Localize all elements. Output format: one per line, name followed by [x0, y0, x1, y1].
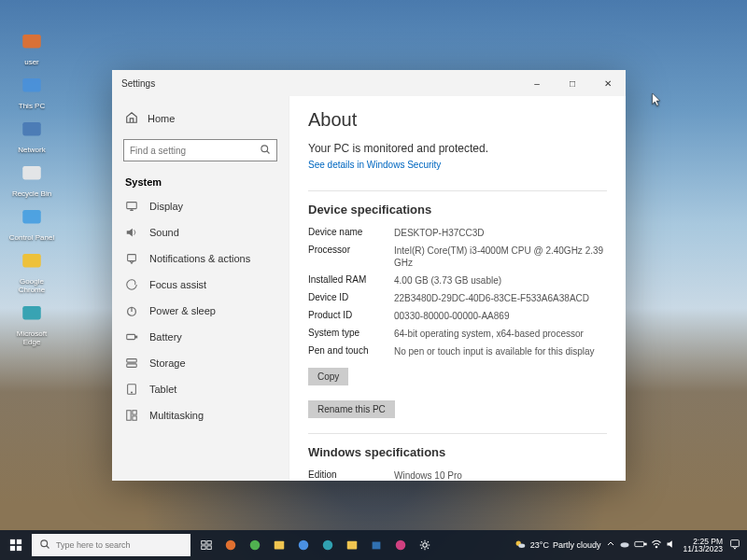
taskbar-edge-icon[interactable] [316, 530, 340, 560]
spec-key: Edition [308, 469, 387, 481]
search-icon [39, 539, 50, 552]
tray-chevron-icon[interactable] [606, 539, 615, 551]
sidebar-item-power-sleep[interactable]: Power & sleep [112, 298, 289, 324]
weather-icon [514, 538, 527, 553]
desktop-icon[interactable]: This PC [7, 72, 56, 110]
titlebar[interactable]: Settings – □ ✕ [112, 70, 626, 96]
svg-rect-18 [133, 411, 136, 414]
weather-text: Partly cloudy [553, 540, 601, 550]
search-placeholder: Find a setting [130, 146, 186, 156]
taskbar-explorer-icon[interactable] [340, 530, 364, 560]
sidebar-item-display[interactable]: Display [112, 193, 289, 219]
spec-row: Product ID00330-80000-00000-AA869 [308, 307, 607, 325]
mouse-cursor [652, 93, 663, 112]
tablet-icon [125, 383, 138, 396]
svg-rect-0 [22, 35, 41, 49]
multitasking-icon [125, 409, 138, 422]
svg-rect-23 [17, 546, 21, 551]
tray-battery-icon[interactable] [634, 539, 647, 551]
taskbar-app-1[interactable] [218, 530, 243, 560]
device-spec-title: Device specifications [308, 203, 607, 217]
sidebar-item-multitasking[interactable]: Multitasking [112, 402, 289, 428]
svg-rect-19 [133, 416, 136, 420]
tray-wifi-icon[interactable] [651, 539, 662, 552]
spec-row: Device ID22B3480D-29DC-40D6-83CE-F533A6A… [308, 289, 607, 307]
svg-rect-41 [635, 541, 644, 546]
protection-status: Your PC is monitored and protected. [308, 142, 607, 155]
copy-button[interactable]: Copy [308, 368, 348, 385]
security-link[interactable]: See details in Windows Security [308, 160, 441, 170]
taskbar-app-5[interactable] [388, 530, 413, 560]
sidebar-item-storage[interactable]: Storage [112, 350, 289, 376]
svg-rect-21 [17, 539, 21, 544]
desktop-icons: userThis PCNetworkRecycle BinControl Pan… [7, 28, 56, 346]
svg-rect-2 [22, 122, 41, 136]
desktop-icon[interactable]: user [7, 28, 56, 66]
taskbar-app-2[interactable] [243, 530, 267, 560]
svg-rect-34 [347, 541, 358, 550]
tray-onedrive-icon[interactable] [619, 539, 630, 552]
desktop-icon[interactable]: Network [7, 116, 56, 154]
taskbar-store-icon[interactable] [364, 530, 388, 560]
sidebar-item-label: Multitasking [149, 410, 204, 421]
search-input[interactable]: Find a setting [123, 139, 277, 161]
svg-point-32 [299, 540, 309, 551]
desktop-icon-label: Recycle Bin [12, 189, 51, 198]
svg-rect-22 [10, 546, 15, 551]
sidebar-item-battery[interactable]: Battery [112, 324, 289, 350]
sidebar-item-label: Sound [149, 227, 179, 238]
svg-point-43 [656, 546, 658, 548]
storage-icon [125, 357, 138, 370]
taskbar-search[interactable]: Type here to search [32, 534, 190, 556]
sidebar-item-focus-assist[interactable]: Focus assist [112, 272, 289, 298]
spec-row: Installed RAM4.00 GB (3.73 GB usable) [308, 272, 607, 289]
search-icon [260, 144, 271, 157]
maximize-button[interactable]: □ [555, 70, 590, 96]
svg-point-36 [396, 540, 406, 551]
svg-rect-6 [22, 306, 41, 320]
taskbar-app-4[interactable] [291, 530, 316, 560]
tray-volume-icon[interactable] [666, 539, 677, 552]
start-button[interactable] [0, 530, 32, 560]
minimize-button[interactable]: – [519, 70, 555, 96]
desktop-icon-label: This PC [19, 102, 45, 110]
svg-point-24 [41, 540, 48, 547]
desktop: userThis PCNetworkRecycle BinControl Pan… [0, 0, 747, 560]
spec-row: Device nameDESKTOP-H37CC3D [308, 224, 607, 242]
weather-widget[interactable]: 23°C Partly cloudy [514, 538, 601, 553]
taskbar-settings-icon[interactable] [413, 530, 437, 560]
settings-window: Settings – □ ✕ Home Find a setting [112, 70, 626, 481]
sidebar-item-tablet[interactable]: Tablet [112, 376, 289, 402]
desktop-icon[interactable]: Microsoft Edge [7, 300, 56, 346]
sound-icon [125, 226, 138, 239]
svg-point-30 [250, 540, 261, 551]
svg-rect-44 [731, 540, 740, 547]
sidebar-item-notifications-actions[interactable]: Notifications & actions [112, 245, 289, 272]
spec-key: Pen and touch [308, 345, 387, 357]
desktop-icon-label: Network [18, 146, 45, 154]
taskbar-app-3[interactable] [267, 530, 291, 560]
svg-rect-27 [202, 546, 205, 550]
spec-value: 64-bit operating system, x64-based proce… [394, 328, 607, 340]
weather-temp: 23°C [530, 540, 549, 550]
notifications-icon[interactable] [728, 538, 741, 553]
about-panel: About Your PC is monitored and protected… [289, 96, 626, 481]
home-icon [125, 111, 138, 126]
taskbar: Type here to search 23°C Partly cloudy [0, 530, 747, 560]
desktop-icon-label: user [24, 58, 39, 66]
rename-button[interactable]: Rename this PC [308, 400, 395, 418]
desktop-icon[interactable]: Google Chrome [7, 247, 56, 294]
desktop-icon[interactable]: Recycle Bin [7, 160, 56, 198]
close-button[interactable]: ✕ [590, 70, 626, 96]
clock[interactable]: 2:25 PM 11/13/2023 [683, 538, 723, 553]
desktop-icon-glyph [18, 72, 46, 100]
spec-row: ProcessorIntel(R) Core(TM) i3-4000M CPU … [308, 242, 607, 272]
sidebar-item-sound[interactable]: Sound [112, 219, 289, 245]
desktop-icon[interactable]: Control Panel [7, 203, 56, 242]
svg-rect-8 [127, 203, 137, 209]
spec-key: Installed RAM [308, 274, 387, 287]
focus-icon [125, 278, 138, 291]
home-label: Home [148, 113, 175, 124]
task-view-icon[interactable] [194, 530, 218, 560]
home-link[interactable]: Home [112, 105, 289, 132]
